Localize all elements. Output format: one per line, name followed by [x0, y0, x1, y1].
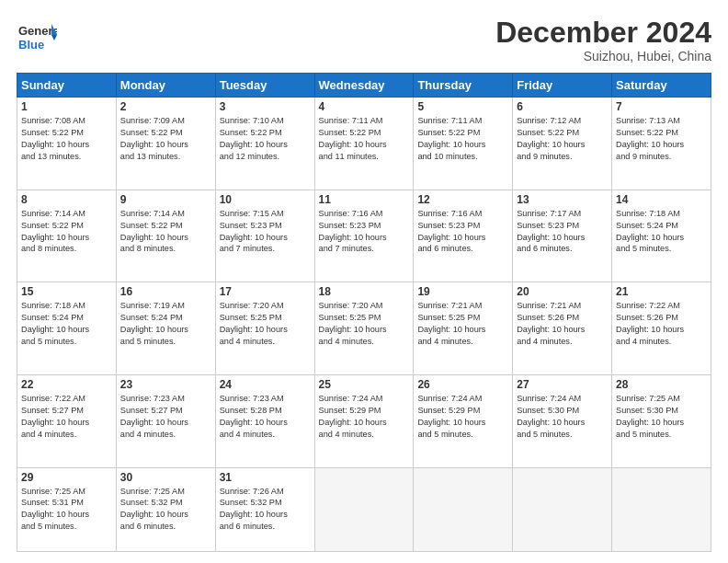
- day-info: Sunrise: 7:16 AMSunset: 5:23 PMDaylight:…: [417, 208, 508, 256]
- header-thursday: Thursday: [414, 74, 513, 98]
- calendar-table: Sunday Monday Tuesday Wednesday Thursday…: [17, 73, 711, 552]
- table-row: 19Sunrise: 7:21 AMSunset: 5:25 PMDayligh…: [414, 282, 513, 375]
- day-number: 31: [220, 471, 311, 484]
- day-number: 30: [120, 471, 211, 484]
- header-monday: Monday: [116, 74, 215, 98]
- day-info: Sunrise: 7:22 AMSunset: 5:26 PMDaylight:…: [616, 300, 707, 348]
- day-info: Sunrise: 7:25 AMSunset: 5:32 PMDaylight:…: [120, 486, 211, 534]
- table-row: 9Sunrise: 7:14 AMSunset: 5:22 PMDaylight…: [116, 190, 215, 282]
- svg-text:General: General: [18, 24, 57, 38]
- table-row: 20Sunrise: 7:21 AMSunset: 5:26 PMDayligh…: [513, 282, 612, 375]
- day-info: Sunrise: 7:24 AMSunset: 5:30 PMDaylight:…: [517, 393, 608, 441]
- day-info: Sunrise: 7:08 AMSunset: 5:22 PMDaylight:…: [21, 115, 112, 163]
- table-row: 6Sunrise: 7:12 AMSunset: 5:22 PMDaylight…: [513, 98, 612, 190]
- day-info: Sunrise: 7:16 AMSunset: 5:23 PMDaylight:…: [319, 208, 410, 256]
- header-row: Sunday Monday Tuesday Wednesday Thursday…: [17, 74, 711, 98]
- table-row: 11Sunrise: 7:16 AMSunset: 5:23 PMDayligh…: [314, 190, 414, 282]
- table-row: 5Sunrise: 7:11 AMSunset: 5:22 PMDaylight…: [414, 98, 513, 190]
- day-number: 1: [21, 100, 112, 113]
- logo-icon: General Blue: [17, 17, 57, 57]
- table-row: 30Sunrise: 7:25 AMSunset: 5:32 PMDayligh…: [116, 467, 215, 552]
- table-row: [314, 467, 414, 552]
- month-title: December 2024: [495, 17, 711, 49]
- day-number: 21: [616, 285, 707, 298]
- table-row: 7Sunrise: 7:13 AMSunset: 5:22 PMDaylight…: [612, 98, 711, 190]
- day-number: 15: [21, 285, 112, 298]
- day-info: Sunrise: 7:24 AMSunset: 5:29 PMDaylight:…: [417, 393, 508, 441]
- day-number: 16: [120, 285, 211, 298]
- day-number: 25: [319, 378, 410, 391]
- day-number: 6: [517, 100, 608, 113]
- day-info: Sunrise: 7:20 AMSunset: 5:25 PMDaylight:…: [319, 300, 410, 348]
- table-row: 2Sunrise: 7:09 AMSunset: 5:22 PMDaylight…: [116, 98, 215, 190]
- table-row: 23Sunrise: 7:23 AMSunset: 5:27 PMDayligh…: [116, 374, 215, 467]
- day-info: Sunrise: 7:11 AMSunset: 5:22 PMDaylight:…: [319, 115, 410, 163]
- day-number: 22: [21, 378, 112, 391]
- table-row: 16Sunrise: 7:19 AMSunset: 5:24 PMDayligh…: [116, 282, 215, 375]
- table-row: 21Sunrise: 7:22 AMSunset: 5:26 PMDayligh…: [612, 282, 711, 375]
- table-row: 14Sunrise: 7:18 AMSunset: 5:24 PMDayligh…: [612, 190, 711, 282]
- day-info: Sunrise: 7:23 AMSunset: 5:27 PMDaylight:…: [120, 393, 211, 441]
- day-number: 12: [417, 193, 508, 206]
- day-number: 5: [417, 100, 508, 113]
- day-info: Sunrise: 7:13 AMSunset: 5:22 PMDaylight:…: [616, 115, 707, 163]
- table-row: 13Sunrise: 7:17 AMSunset: 5:23 PMDayligh…: [513, 190, 612, 282]
- logo: General Blue: [17, 17, 57, 61]
- day-info: Sunrise: 7:19 AMSunset: 5:24 PMDaylight:…: [120, 300, 211, 348]
- day-number: 11: [319, 193, 410, 206]
- table-row: 17Sunrise: 7:20 AMSunset: 5:25 PMDayligh…: [215, 282, 314, 375]
- day-info: Sunrise: 7:10 AMSunset: 5:22 PMDaylight:…: [220, 115, 311, 163]
- day-number: 20: [517, 285, 608, 298]
- page: General Blue December 2024 Suizhou, Hube…: [0, 0, 728, 563]
- day-number: 17: [220, 285, 311, 298]
- table-row: 18Sunrise: 7:20 AMSunset: 5:25 PMDayligh…: [314, 282, 414, 375]
- day-info: Sunrise: 7:14 AMSunset: 5:22 PMDaylight:…: [120, 208, 211, 256]
- day-info: Sunrise: 7:09 AMSunset: 5:22 PMDaylight:…: [120, 115, 211, 163]
- day-number: 13: [517, 193, 608, 206]
- table-row: 12Sunrise: 7:16 AMSunset: 5:23 PMDayligh…: [414, 190, 513, 282]
- day-number: 8: [21, 193, 112, 206]
- day-info: Sunrise: 7:18 AMSunset: 5:24 PMDaylight:…: [21, 300, 112, 348]
- day-info: Sunrise: 7:21 AMSunset: 5:25 PMDaylight:…: [417, 300, 508, 348]
- day-info: Sunrise: 7:26 AMSunset: 5:32 PMDaylight:…: [220, 486, 311, 534]
- svg-text:Blue: Blue: [18, 38, 44, 52]
- day-number: 7: [616, 100, 707, 113]
- day-info: Sunrise: 7:12 AMSunset: 5:22 PMDaylight:…: [517, 115, 608, 163]
- day-info: Sunrise: 7:25 AMSunset: 5:31 PMDaylight:…: [21, 486, 112, 534]
- header-tuesday: Tuesday: [215, 74, 314, 98]
- table-row: 31Sunrise: 7:26 AMSunset: 5:32 PMDayligh…: [215, 467, 314, 552]
- table-row: 24Sunrise: 7:23 AMSunset: 5:28 PMDayligh…: [215, 374, 314, 467]
- day-info: Sunrise: 7:14 AMSunset: 5:22 PMDaylight:…: [21, 208, 112, 256]
- header-sunday: Sunday: [17, 74, 117, 98]
- day-info: Sunrise: 7:20 AMSunset: 5:25 PMDaylight:…: [220, 300, 311, 348]
- header-friday: Friday: [513, 74, 612, 98]
- table-row: 26Sunrise: 7:24 AMSunset: 5:29 PMDayligh…: [414, 374, 513, 467]
- day-number: 9: [120, 193, 211, 206]
- day-info: Sunrise: 7:23 AMSunset: 5:28 PMDaylight:…: [220, 393, 311, 441]
- day-info: Sunrise: 7:21 AMSunset: 5:26 PMDaylight:…: [517, 300, 608, 348]
- day-number: 19: [417, 285, 508, 298]
- day-number: 27: [517, 378, 608, 391]
- day-info: Sunrise: 7:17 AMSunset: 5:23 PMDaylight:…: [517, 208, 608, 256]
- title-block: December 2024 Suizhou, Hubei, China: [495, 17, 711, 63]
- table-row: [612, 467, 711, 552]
- table-row: 22Sunrise: 7:22 AMSunset: 5:27 PMDayligh…: [17, 374, 117, 467]
- table-row: 28Sunrise: 7:25 AMSunset: 5:30 PMDayligh…: [612, 374, 711, 467]
- header-wednesday: Wednesday: [314, 74, 414, 98]
- day-number: 29: [21, 471, 112, 484]
- day-number: 24: [220, 378, 311, 391]
- day-number: 14: [616, 193, 707, 206]
- svg-marker-3: [51, 35, 57, 40]
- day-info: Sunrise: 7:11 AMSunset: 5:22 PMDaylight:…: [417, 115, 508, 163]
- table-row: 3Sunrise: 7:10 AMSunset: 5:22 PMDaylight…: [215, 98, 314, 190]
- table-row: 10Sunrise: 7:15 AMSunset: 5:23 PMDayligh…: [215, 190, 314, 282]
- day-number: 4: [319, 100, 410, 113]
- header-saturday: Saturday: [612, 74, 711, 98]
- table-row: [414, 467, 513, 552]
- day-info: Sunrise: 7:25 AMSunset: 5:30 PMDaylight:…: [616, 393, 707, 441]
- day-info: Sunrise: 7:22 AMSunset: 5:27 PMDaylight:…: [21, 393, 112, 441]
- location: Suizhou, Hubei, China: [495, 49, 711, 63]
- day-number: 18: [319, 285, 410, 298]
- header: General Blue December 2024 Suizhou, Hube…: [17, 17, 711, 63]
- day-info: Sunrise: 7:15 AMSunset: 5:23 PMDaylight:…: [220, 208, 311, 256]
